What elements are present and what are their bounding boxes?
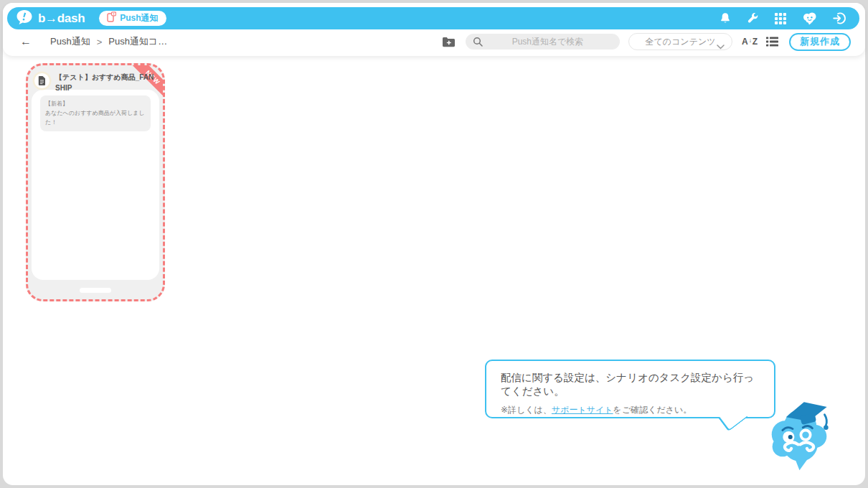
assistant-note: ※詳しくは、サポートサイトをご確認ください。 [501,404,760,416]
phone-home-indicator [80,288,111,293]
back-arrow-icon[interactable]: ← [20,36,32,47]
bdash-logo[interactable]: b→dash [16,9,85,28]
sort-alpha-icon[interactable]: A↓Z [742,37,758,46]
content-filter-select[interactable]: 全てのコンテンツ [628,33,732,50]
app-header: b→dash Push通知 [7,7,859,29]
content-filter-value: 全てのコンテンツ [646,36,716,48]
speech-bubble-logo-icon [16,9,33,28]
assistant-note-suffix: をご確認ください。 [613,405,692,415]
push-content-card[interactable]: 【テスト】おすすめ商品_FANSHIP 【新着】 あなたへのおすすめ商品が入荷し… [26,63,165,301]
chevron-down-icon [717,39,725,52]
app-badge-label: Push通知 [120,12,158,24]
app-badge-push[interactable]: Push通知 [99,11,166,26]
sort-a-label: A [742,37,748,46]
assistant-mascot[interactable] [762,399,837,477]
assistant-note-prefix: ※詳しくは、 [501,405,552,415]
notification-message-body: あなたへのおすすめ商品が入荷しました！ [45,109,146,128]
breadcrumb-root[interactable]: Push通知 [50,35,90,48]
toolbar: ← Push通知 > Push通知コ… 全てのコンテンツ A↓Z [3,30,865,53]
breadcrumb: Push通知 > Push通知コ… [50,35,167,48]
document-icon [34,73,49,88]
sort-z-label: Z [753,37,758,46]
logout-icon[interactable] [833,12,846,24]
push-phone-icon [107,11,116,25]
notification-message-title: 【新着】 [45,100,146,109]
push-card-header: 【テスト】おすすめ商品_FANSHIP [28,65,163,93]
assistant-mascot-icon[interactable] [802,11,817,25]
brand-text: b→dash [38,11,85,26]
sort-arrow-glyph: ↓ [749,38,752,44]
search-icon [473,37,483,47]
folder-add-icon[interactable] [442,37,456,47]
phone-screen: 【新着】 あなたへのおすすめ商品が入荷しました！ [32,90,159,280]
support-site-link[interactable]: サポートサイト [552,405,613,415]
create-new-button[interactable]: 新規作成 [789,33,851,51]
breadcrumb-current: Push通知コ… [108,35,167,48]
list-view-icon[interactable] [766,37,778,47]
wrench-icon[interactable] [747,12,759,24]
search-input[interactable] [483,36,613,47]
assistant-message: 配信に関する設定は、シナリオのタスク設定から行ってください。 [501,371,760,398]
assistant-bubble: 配信に関する設定は、シナリオのタスク設定から行ってください。 ※詳しくは、サポー… [485,360,775,418]
bell-icon[interactable] [720,12,731,24]
notification-message: 【新着】 あなたへのおすすめ商品が入荷しました！ [40,95,151,131]
apps-grid-icon[interactable] [775,13,786,24]
search-box [466,34,620,50]
breadcrumb-separator: > [97,37,103,47]
push-card-title: 【テスト】おすすめ商品_FANSHIP [55,72,156,93]
